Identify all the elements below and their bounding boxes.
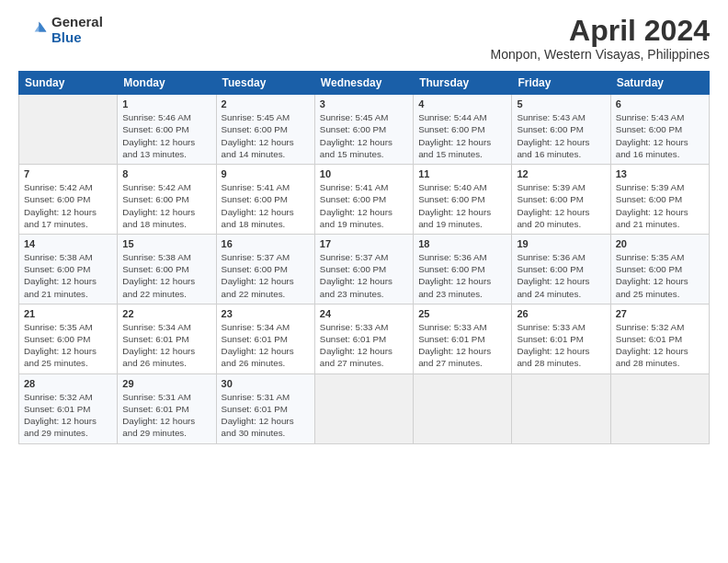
calendar-week-row: 28Sunrise: 5:32 AM Sunset: 6:01 PM Dayli… xyxy=(19,373,710,443)
day-info: Sunrise: 5:42 AM Sunset: 6:00 PM Dayligh… xyxy=(122,181,210,230)
logo-icon xyxy=(18,16,48,45)
calendar-cell: 29Sunrise: 5:31 AM Sunset: 6:01 PM Dayli… xyxy=(118,373,216,443)
day-number: 16 xyxy=(222,238,310,249)
day-info: Sunrise: 5:43 AM Sunset: 6:00 PM Dayligh… xyxy=(616,111,704,160)
calendar-cell: 17Sunrise: 5:37 AM Sunset: 6:00 PM Dayli… xyxy=(314,234,413,304)
calendar-cell: 25Sunrise: 5:33 AM Sunset: 6:01 PM Dayli… xyxy=(414,304,512,373)
calendar-cell: 19Sunrise: 5:36 AM Sunset: 6:00 PM Dayli… xyxy=(512,234,610,304)
day-number: 3 xyxy=(320,98,408,109)
calendar-cell xyxy=(610,373,709,443)
calendar-cell: 14Sunrise: 5:38 AM Sunset: 6:00 PM Dayli… xyxy=(19,234,118,304)
calendar-cell xyxy=(512,373,610,443)
calendar-cell: 28Sunrise: 5:32 AM Sunset: 6:01 PM Dayli… xyxy=(19,373,118,443)
weekday-header: Thursday xyxy=(414,72,512,95)
calendar-cell xyxy=(314,373,413,443)
title-area: April 2024 Monpon, Western Visayas, Phil… xyxy=(491,15,710,62)
day-info: Sunrise: 5:42 AM Sunset: 6:00 PM Dayligh… xyxy=(24,181,112,230)
calendar-cell: 7Sunrise: 5:42 AM Sunset: 6:00 PM Daylig… xyxy=(19,165,118,235)
day-info: Sunrise: 5:41 AM Sunset: 6:00 PM Dayligh… xyxy=(320,181,408,230)
svg-marker-1 xyxy=(35,23,47,32)
day-info: Sunrise: 5:35 AM Sunset: 6:00 PM Dayligh… xyxy=(24,321,112,370)
day-number: 14 xyxy=(24,238,112,249)
calendar-cell: 1Sunrise: 5:46 AM Sunset: 6:00 PM Daylig… xyxy=(118,95,216,165)
day-number: 30 xyxy=(222,378,310,389)
day-number: 24 xyxy=(320,308,408,319)
calendar-cell: 30Sunrise: 5:31 AM Sunset: 6:01 PM Dayli… xyxy=(216,373,314,443)
day-info: Sunrise: 5:34 AM Sunset: 6:01 PM Dayligh… xyxy=(122,321,210,370)
day-info: Sunrise: 5:31 AM Sunset: 6:01 PM Dayligh… xyxy=(222,391,310,440)
day-info: Sunrise: 5:45 AM Sunset: 6:00 PM Dayligh… xyxy=(222,111,310,160)
day-number: 20 xyxy=(616,238,704,249)
day-info: Sunrise: 5:45 AM Sunset: 6:00 PM Dayligh… xyxy=(320,111,408,160)
day-info: Sunrise: 5:37 AM Sunset: 6:00 PM Dayligh… xyxy=(222,251,310,300)
calendar-cell: 12Sunrise: 5:39 AM Sunset: 6:00 PM Dayli… xyxy=(512,165,610,235)
day-info: Sunrise: 5:32 AM Sunset: 6:01 PM Dayligh… xyxy=(616,321,704,370)
calendar-week-row: 7Sunrise: 5:42 AM Sunset: 6:00 PM Daylig… xyxy=(19,165,710,235)
day-number: 12 xyxy=(517,168,605,179)
day-info: Sunrise: 5:40 AM Sunset: 6:00 PM Dayligh… xyxy=(418,181,506,230)
calendar-week-row: 1Sunrise: 5:46 AM Sunset: 6:00 PM Daylig… xyxy=(19,95,710,165)
day-info: Sunrise: 5:36 AM Sunset: 6:00 PM Dayligh… xyxy=(517,251,605,300)
day-number: 13 xyxy=(616,168,704,179)
page-subtitle: Monpon, Western Visayas, Philippines xyxy=(491,47,710,62)
day-info: Sunrise: 5:33 AM Sunset: 6:01 PM Dayligh… xyxy=(517,321,605,370)
calendar-cell: 11Sunrise: 5:40 AM Sunset: 6:00 PM Dayli… xyxy=(414,165,512,235)
day-number: 23 xyxy=(222,308,310,319)
day-number: 25 xyxy=(418,308,506,319)
logo: General Blue xyxy=(18,15,103,45)
day-info: Sunrise: 5:34 AM Sunset: 6:01 PM Dayligh… xyxy=(222,321,310,370)
day-number: 1 xyxy=(122,98,210,109)
calendar-cell: 8Sunrise: 5:42 AM Sunset: 6:00 PM Daylig… xyxy=(118,165,216,235)
day-info: Sunrise: 5:41 AM Sunset: 6:00 PM Dayligh… xyxy=(222,181,310,230)
day-info: Sunrise: 5:33 AM Sunset: 6:01 PM Dayligh… xyxy=(418,321,506,370)
day-number: 18 xyxy=(418,238,506,249)
calendar-header-row: SundayMondayTuesdayWednesdayThursdayFrid… xyxy=(19,72,710,95)
weekday-header: Monday xyxy=(118,72,216,95)
calendar-cell: 3Sunrise: 5:45 AM Sunset: 6:00 PM Daylig… xyxy=(314,95,413,165)
day-number: 6 xyxy=(616,98,704,109)
day-number: 22 xyxy=(122,308,210,319)
calendar-cell: 16Sunrise: 5:37 AM Sunset: 6:00 PM Dayli… xyxy=(216,234,314,304)
day-number: 28 xyxy=(24,378,112,389)
calendar-week-row: 14Sunrise: 5:38 AM Sunset: 6:00 PM Dayli… xyxy=(19,234,710,304)
day-number: 11 xyxy=(418,168,506,179)
calendar-cell xyxy=(19,95,118,165)
weekday-header: Friday xyxy=(512,72,610,95)
day-info: Sunrise: 5:38 AM Sunset: 6:00 PM Dayligh… xyxy=(122,251,210,300)
calendar-cell: 18Sunrise: 5:36 AM Sunset: 6:00 PM Dayli… xyxy=(414,234,512,304)
calendar-cell: 15Sunrise: 5:38 AM Sunset: 6:00 PM Dayli… xyxy=(118,234,216,304)
day-info: Sunrise: 5:35 AM Sunset: 6:00 PM Dayligh… xyxy=(616,251,704,300)
calendar-cell: 10Sunrise: 5:41 AM Sunset: 6:00 PM Dayli… xyxy=(314,165,413,235)
calendar-cell: 9Sunrise: 5:41 AM Sunset: 6:00 PM Daylig… xyxy=(216,165,314,235)
day-number: 29 xyxy=(122,378,210,389)
day-info: Sunrise: 5:39 AM Sunset: 6:00 PM Dayligh… xyxy=(616,181,704,230)
page-header: General Blue April 2024 Monpon, Western … xyxy=(18,15,710,62)
day-number: 27 xyxy=(616,308,704,319)
day-number: 5 xyxy=(517,98,605,109)
day-number: 21 xyxy=(24,308,112,319)
weekday-header: Sunday xyxy=(19,72,118,95)
calendar-table: SundayMondayTuesdayWednesdayThursdayFrid… xyxy=(18,71,710,443)
day-number: 8 xyxy=(122,168,210,179)
calendar-cell: 26Sunrise: 5:33 AM Sunset: 6:01 PM Dayli… xyxy=(512,304,610,373)
day-info: Sunrise: 5:46 AM Sunset: 6:00 PM Dayligh… xyxy=(122,111,210,160)
calendar-cell: 23Sunrise: 5:34 AM Sunset: 6:01 PM Dayli… xyxy=(216,304,314,373)
day-info: Sunrise: 5:43 AM Sunset: 6:00 PM Dayligh… xyxy=(517,111,605,160)
logo-blue: Blue xyxy=(51,30,103,46)
day-number: 2 xyxy=(222,98,310,109)
day-info: Sunrise: 5:31 AM Sunset: 6:01 PM Dayligh… xyxy=(122,391,210,440)
calendar-week-row: 21Sunrise: 5:35 AM Sunset: 6:00 PM Dayli… xyxy=(19,304,710,373)
logo-text: General Blue xyxy=(51,15,103,45)
day-info: Sunrise: 5:44 AM Sunset: 6:00 PM Dayligh… xyxy=(418,111,506,160)
calendar-cell: 21Sunrise: 5:35 AM Sunset: 6:00 PM Dayli… xyxy=(19,304,118,373)
day-number: 26 xyxy=(517,308,605,319)
day-number: 10 xyxy=(320,168,408,179)
calendar-cell: 6Sunrise: 5:43 AM Sunset: 6:00 PM Daylig… xyxy=(610,95,709,165)
calendar-cell: 20Sunrise: 5:35 AM Sunset: 6:00 PM Dayli… xyxy=(610,234,709,304)
day-info: Sunrise: 5:37 AM Sunset: 6:00 PM Dayligh… xyxy=(320,251,408,300)
weekday-header: Tuesday xyxy=(216,72,314,95)
day-number: 9 xyxy=(222,168,310,179)
calendar-cell: 13Sunrise: 5:39 AM Sunset: 6:00 PM Dayli… xyxy=(610,165,709,235)
calendar-cell: 2Sunrise: 5:45 AM Sunset: 6:00 PM Daylig… xyxy=(216,95,314,165)
day-number: 15 xyxy=(122,238,210,249)
